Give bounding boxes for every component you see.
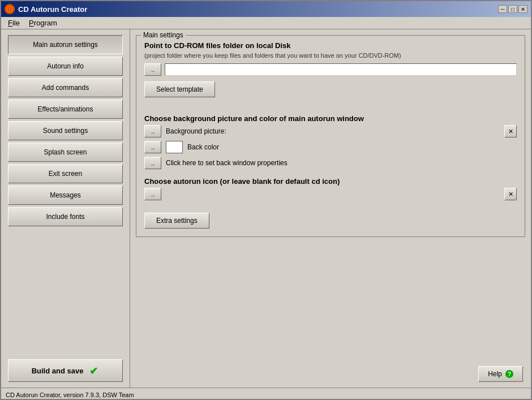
cd-folder-browse-row: ..	[144, 63, 517, 76]
bg-picture-browse-button[interactable]: ..	[144, 125, 161, 137]
build-and-save-button[interactable]: Build and save ✔	[8, 359, 123, 382]
color-swatch[interactable]	[166, 141, 183, 153]
content-wrapper: Main settings Point to CD-ROM files fold…	[130, 29, 531, 388]
icon-section: Choose autorun icon (or leave blank for …	[144, 177, 517, 200]
sidebar-item-exit-screen[interactable]: Exit screen	[8, 164, 123, 183]
svg-point-2	[9, 8, 11, 10]
background-section-title: Choose background picture and color of m…	[144, 114, 517, 123]
build-and-save-label: Build and save	[32, 367, 84, 375]
statusbar: CD Autorun Creator, version 7.9.3, DSW T…	[1, 388, 531, 400]
sidebar-item-sound-settings[interactable]: Sound settings	[8, 121, 123, 140]
help-button[interactable]: Help ?	[478, 366, 523, 382]
titlebar-buttons: ─ □ ✕	[498, 5, 527, 13]
maximize-button[interactable]: □	[508, 5, 517, 13]
close-button[interactable]: ✕	[518, 5, 527, 13]
sidebar-item-autorun-info[interactable]: Autorun info	[8, 57, 123, 76]
statusbar-text: CD Autorun Creator, version 7.9.3, DSW T…	[6, 392, 134, 398]
back-color-label: Back color	[187, 143, 219, 151]
icon-clear-button[interactable]: ✕	[504, 188, 517, 200]
cd-folder-title: Point to CD-ROM files folder on local Di…	[144, 41, 517, 50]
sidebar-item-splash-screen[interactable]: Splash screen	[8, 143, 123, 162]
menu-file[interactable]: File	[3, 18, 24, 28]
sidebar-item-messages[interactable]: Messages	[8, 186, 123, 205]
help-label: Help	[488, 370, 502, 378]
background-section: Choose background picture and color of m…	[144, 114, 517, 169]
icon-section-title: Choose autorun icon (or leave blank for …	[144, 177, 517, 186]
sidebar-item-main-autorun-settings[interactable]: Main autorun settings	[8, 35, 123, 54]
icon-browse-row: .. ✕	[144, 188, 517, 200]
icon-browse-button[interactable]: ..	[144, 188, 161, 200]
back-window-label: Click here to set back window properties	[166, 159, 288, 167]
help-icon: ?	[505, 370, 513, 378]
cd-folder-input[interactable]	[165, 63, 517, 76]
checkmark-icon: ✔	[88, 365, 99, 376]
app-icon	[5, 4, 15, 14]
window-title: CD Autorun Creator	[18, 5, 87, 14]
cd-folder-subtitle: (project folder where you keep files and…	[144, 52, 517, 59]
back-window-row: .. Click here to set back window propert…	[144, 157, 517, 169]
sidebar-item-include-fonts[interactable]: Include fonts	[8, 207, 123, 226]
select-template-button[interactable]: Select template	[144, 81, 215, 97]
menu-program[interactable]: Program	[24, 18, 62, 28]
bg-picture-clear-button[interactable]: ✕	[504, 125, 517, 137]
sidebar: Main autorun settings Autorun info Add c…	[1, 29, 130, 388]
titlebar: CD Autorun Creator ─ □ ✕	[1, 1, 531, 17]
menubar: File Program	[1, 17, 531, 29]
cd-folder-section: Point to CD-ROM files folder on local Di…	[144, 41, 517, 106]
minimize-button[interactable]: ─	[498, 5, 507, 13]
extra-settings-button[interactable]: Extra settings	[144, 213, 209, 229]
sidebar-item-add-commands[interactable]: Add commands	[8, 78, 123, 97]
back-color-browse-button[interactable]: ..	[144, 141, 161, 153]
bg-picture-row: .. Background picture: ✕	[144, 125, 517, 137]
content-area: Main settings Point to CD-ROM files fold…	[130, 29, 531, 243]
back-color-row: .. Back color	[144, 141, 517, 153]
group-box-title: Main settings	[141, 31, 186, 39]
back-window-browse-button[interactable]: ..	[144, 157, 161, 169]
bg-picture-label: Background picture:	[166, 127, 226, 135]
cd-folder-browse-button[interactable]: ..	[144, 63, 161, 76]
titlebar-left: CD Autorun Creator	[5, 4, 87, 14]
sidebar-spacer	[8, 229, 123, 357]
main-settings-group: Main settings Point to CD-ROM files fold…	[136, 35, 525, 237]
sidebar-item-effects-animations[interactable]: Effects/animations	[8, 100, 123, 119]
main-layout: Main autorun settings Autorun info Add c…	[1, 29, 531, 388]
